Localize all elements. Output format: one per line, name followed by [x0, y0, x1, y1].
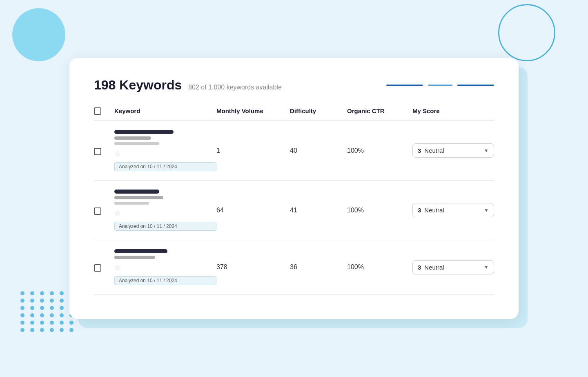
keyword-line-3 [114, 142, 159, 145]
row-3-score-label: 3 Neutral [418, 264, 444, 271]
col-header-organic-ctr: Organic CTR [347, 107, 412, 115]
row-3-star[interactable]: ☆ [114, 263, 216, 272]
table-row: ☆ Analyzed on 10 / 11 / 2024 378 36 100%… [94, 240, 494, 294]
header-left: 198 Keywords 802 of 1,000 keywords avail… [94, 78, 282, 93]
row-1-score-label: 3 Neutral [418, 147, 444, 154]
row-2-organic-ctr: 100% [347, 207, 412, 214]
row-2-checkbox[interactable] [94, 207, 101, 215]
main-card: 198 Keywords 802 of 1,000 keywords avail… [69, 58, 519, 319]
row-1-check-cell[interactable] [94, 146, 114, 155]
page-header: 198 Keywords 802 of 1,000 keywords avail… [94, 78, 494, 93]
decoration-line-2 [428, 85, 452, 86]
row-2-score-dropdown[interactable]: 3 Neutral ▼ [412, 203, 494, 217]
row-1-chevron-icon: ▼ [484, 148, 489, 154]
decoration-line-1 [386, 85, 423, 86]
select-all-cell[interactable] [94, 107, 114, 115]
row-2-analyzed-badge: Analyzed on 10 / 11 / 2024 [114, 222, 216, 231]
row-2-chevron-icon: ▼ [484, 207, 489, 213]
row-3-checkbox[interactable] [94, 264, 101, 272]
row-1-difficulty: 40 [290, 147, 347, 154]
row-1-star[interactable]: ☆ [114, 149, 216, 158]
table-header-row: Keyword Monthly Volume Difficulty Organi… [94, 107, 494, 121]
row-2-difficulty: 41 [290, 207, 347, 214]
row-2-monthly-volume: 64 [216, 207, 290, 214]
row-2-score-label: 3 Neutral [418, 207, 444, 214]
row-1-score-number: 3 [418, 147, 421, 154]
row-3-score-number: 3 [418, 264, 421, 271]
col-header-my-score: My Score [412, 107, 494, 115]
keywords-table: Keyword Monthly Volume Difficulty Organi… [94, 107, 494, 294]
card-container: 198 Keywords 802 of 1,000 keywords avail… [69, 58, 519, 319]
row-2-star[interactable]: ☆ [114, 209, 216, 218]
row-1-organic-ctr: 100% [347, 147, 412, 154]
row-3-score-dropdown[interactable]: 3 Neutral ▼ [412, 260, 494, 274]
row-3-organic-ctr: 100% [347, 263, 412, 271]
table-row: ☆ Analyzed on 10 / 11 / 2024 1 40 100% 3… [94, 121, 494, 181]
decorative-circle-top-right [498, 4, 555, 61]
row-3-chevron-icon: ▼ [484, 264, 489, 270]
row-3-keyword-cell: ☆ Analyzed on 10 / 11 / 2024 [114, 249, 216, 285]
col-header-difficulty: Difficulty [290, 107, 347, 115]
row-3-analyzed-badge: Analyzed on 10 / 11 / 2024 [114, 276, 216, 285]
header-decoration [386, 85, 494, 86]
select-all-checkbox[interactable] [94, 107, 101, 115]
row-2-score-text: Neutral [424, 207, 444, 214]
row-2-check-cell[interactable] [94, 206, 114, 215]
keyword-line-3 [114, 202, 149, 205]
row-2-score-number: 3 [418, 207, 421, 214]
keyword-line-1 [114, 130, 174, 134]
keyword-line-2 [114, 256, 155, 259]
decorative-circle-top-left [12, 8, 65, 61]
row-3-difficulty: 36 [290, 263, 347, 271]
col-header-monthly-volume: Monthly Volume [216, 107, 290, 115]
table-row: ☆ Analyzed on 10 / 11 / 2024 64 41 100% … [94, 181, 494, 240]
decoration-line-3 [457, 85, 494, 86]
keyword-line-1 [114, 190, 159, 194]
row-3-monthly-volume: 378 [216, 263, 290, 271]
keyword-line-1 [114, 249, 167, 253]
row-3-check-cell[interactable] [94, 263, 114, 272]
keywords-available: 802 of 1,000 keywords available [188, 84, 282, 91]
col-header-keyword: Keyword [114, 107, 216, 115]
decorative-dots [20, 291, 74, 344]
row-3-score-text: Neutral [424, 264, 444, 271]
row-1-monthly-volume: 1 [216, 147, 290, 154]
row-1-score-dropdown[interactable]: 3 Neutral ▼ [412, 143, 494, 158]
row-2-keyword-cell: ☆ Analyzed on 10 / 11 / 2024 [114, 190, 216, 231]
row-1-keyword-cell: ☆ Analyzed on 10 / 11 / 2024 [114, 130, 216, 171]
row-1-score-text: Neutral [424, 147, 444, 154]
keyword-line-2 [114, 136, 151, 140]
row-1-checkbox[interactable] [94, 148, 101, 155]
row-1-analyzed-badge: Analyzed on 10 / 11 / 2024 [114, 162, 216, 171]
keywords-count: 198 Keywords [94, 78, 182, 93]
keyword-line-2 [114, 196, 163, 199]
